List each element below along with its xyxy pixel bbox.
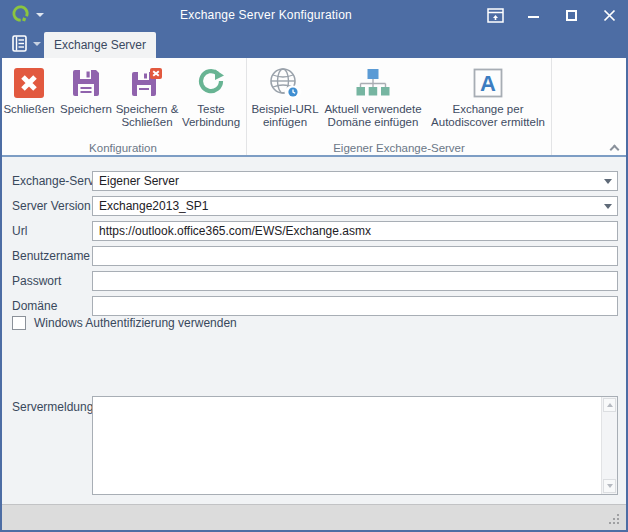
servermeldung-label: Servermeldung <box>12 400 93 414</box>
chevron-up-icon[interactable] <box>611 143 619 151</box>
schliessen-button[interactable]: Schließen <box>0 63 58 138</box>
passwort-input[interactable] <box>92 271 618 291</box>
speichern-und-schliessen-button[interactable]: Speichern &Schließen <box>114 63 180 138</box>
titlebar: Exchange Server Konfiguration <box>0 0 628 30</box>
svg-text:A: A <box>480 71 496 96</box>
close-red-icon <box>14 65 44 101</box>
chevron-down-icon[interactable] <box>604 204 612 209</box>
windows-auth-checkbox[interactable] <box>12 316 26 330</box>
row-url: Url <box>2 221 626 241</box>
close-window-icon[interactable] <box>590 0 628 30</box>
scroll-down-icon[interactable] <box>603 479 616 493</box>
speichern-button[interactable]: Speichern <box>58 63 114 138</box>
aktuelle-domaene-einfuegen-button[interactable]: Aktuell verwendeteDomäne einfügen <box>319 63 427 138</box>
exchange-server-label: Exchange-Server <box>12 171 105 191</box>
windows-auth-label: Windows Authentifizierung verwenden <box>34 316 237 330</box>
group-label-konfiguration: Konfiguration <box>0 142 246 154</box>
vertical-scrollbar[interactable] <box>601 397 617 494</box>
row-server-version: Server Version <box>2 196 626 216</box>
refresh-icon <box>196 65 226 101</box>
scroll-up-icon[interactable] <box>603 398 616 412</box>
row-domaene: Domäne <box>2 296 626 316</box>
domaene-label: Domäne <box>12 296 57 316</box>
domaene-input[interactable] <box>92 296 618 316</box>
tab-label: Exchange Server <box>54 38 146 52</box>
chevron-down-icon[interactable] <box>604 179 612 184</box>
url-input[interactable] <box>92 221 618 241</box>
tab-list-caret-icon <box>33 42 41 46</box>
ribbon-group-konfiguration: Schließen Speichern <box>0 58 247 155</box>
globe-clock-icon <box>267 65 303 101</box>
windows-auth-row: Windows Authentifizierung verwenden <box>12 314 237 332</box>
servermeldung-box <box>92 396 618 495</box>
window-title: Exchange Server Konfiguration <box>56 8 476 22</box>
teste-verbindung-button[interactable]: TesteVerbindung <box>180 63 242 138</box>
ribbon-group-eigener-exchange-server: Beispiel-URLeinfügen Aktuell verwendeteD… <box>247 58 552 155</box>
minimize-icon[interactable] <box>514 0 552 30</box>
url-label: Url <box>12 221 27 241</box>
config-form: Exchange-Server Server Version Url Benut… <box>2 157 626 506</box>
server-version-combo[interactable] <box>92 196 618 216</box>
servermeldung-textarea[interactable] <box>93 397 601 494</box>
ribbon-options-icon[interactable] <box>476 0 514 30</box>
save-close-icon <box>129 65 165 101</box>
maximize-icon[interactable] <box>552 0 590 30</box>
save-icon <box>71 65 101 101</box>
benutzername-input[interactable] <box>92 246 618 266</box>
tabbar: Exchange Server <box>0 30 628 58</box>
app-logo-ring-icon[interactable] <box>11 4 30 27</box>
ribbon: Schließen Speichern <box>0 58 628 157</box>
server-version-label: Server Version <box>12 196 91 216</box>
exchange-config-window: Exchange Server Konfiguration <box>0 0 628 532</box>
exchange-autodiscover-button[interactable]: A Exchange perAutodiscover ermitteln <box>427 63 549 138</box>
resize-grip[interactable] <box>609 514 621 526</box>
beispiel-url-einfuegen-button[interactable]: Beispiel-URLeinfügen <box>251 63 319 138</box>
exchange-server-combo[interactable] <box>92 171 618 191</box>
org-chart-icon <box>355 65 391 101</box>
row-passwort: Passwort <box>2 271 626 291</box>
tab-list-icon[interactable] <box>12 35 41 52</box>
benutzername-label: Benutzername <box>12 246 90 266</box>
quick-access-caret-icon[interactable] <box>36 13 44 17</box>
tab-exchange-server[interactable]: Exchange Server <box>44 32 156 58</box>
row-benutzername: Benutzername <box>2 246 626 266</box>
statusbar <box>2 504 626 530</box>
group-label-eigener-exchange-server: Eigener Exchange-Server <box>247 142 551 154</box>
autodiscover-a-icon: A <box>473 65 503 101</box>
row-exchange-server: Exchange-Server <box>2 171 626 191</box>
passwort-label: Passwort <box>12 271 61 291</box>
